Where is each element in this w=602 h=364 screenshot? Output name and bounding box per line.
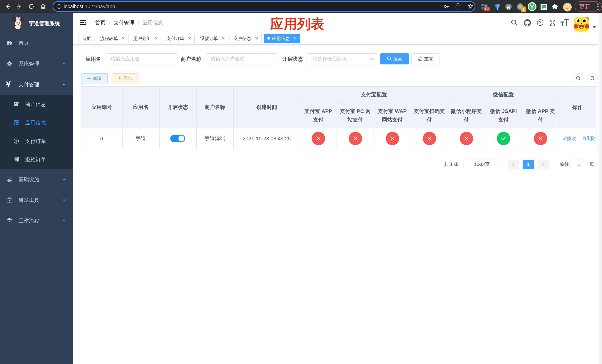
svg-text:1: 1 <box>522 7 525 11</box>
svg-text:10: 10 <box>485 7 489 11</box>
